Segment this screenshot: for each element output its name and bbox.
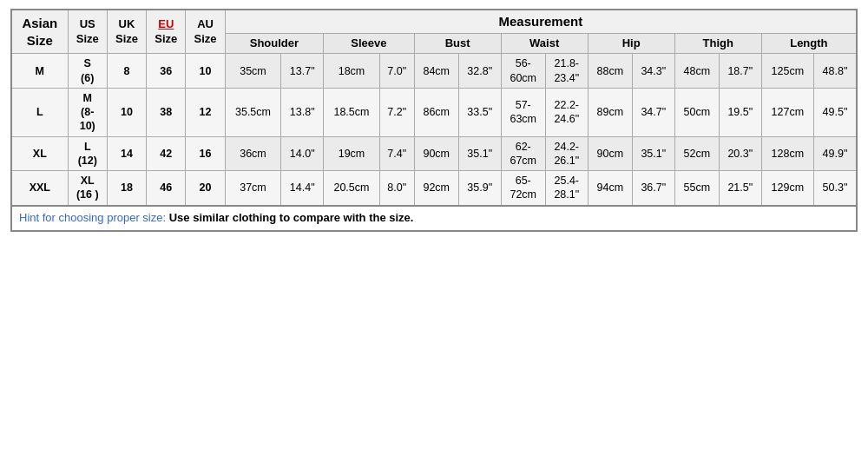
thigh-xxl-cm: 55cm	[674, 171, 719, 206]
shoulder-xl-in: 14.0"	[281, 136, 324, 171]
table-row: L M (8- 10) 10 38 12 35.5cm 13.8" 18.5cm…	[11, 88, 857, 136]
shoulder-xxl-in: 14.4"	[281, 171, 324, 206]
waist-m-cm: 56- 60cm	[501, 54, 545, 89]
shoulder-m-cm: 35cm	[225, 54, 281, 89]
length-header: Length	[761, 33, 857, 54]
au-m: 10	[186, 54, 225, 89]
thigh-l-in: 19.5"	[719, 88, 761, 136]
uk-size-header: UKSize	[107, 10, 146, 54]
uk-xl: 14	[107, 136, 146, 171]
bust-m-in: 32.8"	[458, 54, 501, 89]
sleeve-l-cm: 18.5cm	[324, 88, 380, 136]
length-xl-cm: 128cm	[761, 136, 813, 171]
waist-xxl-in: 25.4- 28.1"	[545, 171, 588, 206]
au-size-header: AUSize	[186, 10, 225, 54]
bust-xxl-in: 35.9"	[458, 171, 501, 206]
hint-row: Hint for choosing proper size: Use simil…	[11, 206, 857, 231]
eu-l: 38	[147, 88, 186, 136]
waist-header: Waist	[501, 33, 588, 54]
length-l-cm: 127cm	[761, 88, 813, 136]
asian-xl: XL	[11, 136, 68, 171]
asian-size-header: AsianSize	[11, 10, 68, 54]
shoulder-xl-cm: 36cm	[225, 136, 281, 171]
sleeve-l-in: 7.2"	[379, 88, 414, 136]
hint-cell: Hint for choosing proper size: Use simil…	[11, 206, 857, 231]
hip-xxl-cm: 94cm	[588, 171, 632, 206]
length-xxl-in: 50.3"	[813, 171, 857, 206]
size-chart-wrapper: AsianSize USSize UKSize EUSize AUSize Me…	[0, 0, 868, 239]
hip-header: Hip	[588, 33, 674, 54]
length-xl-in: 49.9"	[813, 136, 857, 171]
hip-xl-in: 35.1"	[632, 136, 674, 171]
thigh-header: Thigh	[674, 33, 761, 54]
us-m: S (6)	[68, 54, 107, 89]
length-l-in: 49.5"	[813, 88, 857, 136]
asian-xxl: XXL	[11, 171, 68, 206]
bust-xxl-cm: 92cm	[414, 171, 458, 206]
hip-xxl-in: 36.7"	[632, 171, 674, 206]
uk-l: 10	[107, 88, 146, 136]
us-l: M (8- 10)	[68, 88, 107, 136]
header-row-top: AsianSize USSize UKSize EUSize AUSize Me…	[11, 10, 857, 33]
asian-m: M	[11, 54, 68, 89]
length-m-in: 48.8"	[813, 54, 857, 89]
sleeve-xxl-in: 8.0"	[379, 171, 414, 206]
us-xxl: XL (16 )	[68, 171, 107, 206]
table-row: XXL XL (16 ) 18 46 20 37cm 14.4" 20.5cm …	[11, 171, 857, 206]
eu-m: 36	[147, 54, 186, 89]
thigh-xxl-in: 21.5"	[719, 171, 761, 206]
hip-m-cm: 88cm	[588, 54, 632, 89]
au-xxl: 20	[186, 171, 225, 206]
uk-xxl: 18	[107, 171, 146, 206]
thigh-m-cm: 48cm	[674, 54, 719, 89]
bust-l-cm: 86cm	[414, 88, 458, 136]
waist-l-cm: 57- 63cm	[501, 88, 545, 136]
shoulder-xxl-cm: 37cm	[225, 171, 281, 206]
bust-header: Bust	[414, 33, 501, 54]
au-xl: 16	[186, 136, 225, 171]
bust-m-cm: 84cm	[414, 54, 458, 89]
us-xl: L (12)	[68, 136, 107, 171]
asian-l: L	[11, 88, 68, 136]
thigh-xl-cm: 52cm	[674, 136, 719, 171]
sleeve-m-cm: 18cm	[324, 54, 380, 89]
thigh-xl-in: 20.3"	[719, 136, 761, 171]
length-m-cm: 125cm	[761, 54, 813, 89]
au-l: 12	[186, 88, 225, 136]
us-size-header: USSize	[68, 10, 107, 54]
eu-xxl: 46	[147, 171, 186, 206]
bust-l-in: 33.5"	[458, 88, 501, 136]
hip-l-cm: 89cm	[588, 88, 632, 136]
sleeve-m-in: 7.0"	[379, 54, 414, 89]
size-chart-table: AsianSize USSize UKSize EUSize AUSize Me…	[10, 9, 858, 232]
hint-text: Use similar clothing to compare with the…	[169, 211, 414, 224]
table-row: M S (6) 8 36 10 35cm 13.7" 18cm 7.0" 84c…	[11, 54, 857, 89]
waist-m-in: 21.8- 23.4"	[545, 54, 588, 89]
sleeve-header: Sleeve	[324, 33, 415, 54]
eu-size-header: EUSize	[147, 10, 186, 54]
shoulder-l-cm: 35.5cm	[225, 88, 281, 136]
thigh-m-in: 18.7"	[719, 54, 761, 89]
sleeve-xxl-cm: 20.5cm	[324, 171, 380, 206]
shoulder-m-in: 13.7"	[281, 54, 324, 89]
hip-xl-cm: 90cm	[588, 136, 632, 171]
bust-xl-cm: 90cm	[414, 136, 458, 171]
shoulder-header: Shoulder	[225, 33, 323, 54]
length-xxl-cm: 129cm	[761, 171, 813, 206]
sleeve-xl-cm: 19cm	[324, 136, 380, 171]
waist-xl-in: 24.2- 26.1"	[545, 136, 588, 171]
measurement-header: Measurement	[225, 10, 857, 33]
hip-m-in: 34.3"	[632, 54, 674, 89]
uk-m: 8	[107, 54, 146, 89]
hint-label: Hint for choosing proper size:	[19, 211, 166, 224]
hip-l-in: 34.7"	[632, 88, 674, 136]
shoulder-l-in: 13.8"	[281, 88, 324, 136]
sleeve-xl-in: 7.4"	[379, 136, 414, 171]
thigh-l-cm: 50cm	[674, 88, 719, 136]
waist-xxl-cm: 65- 72cm	[501, 171, 545, 206]
eu-xl: 42	[147, 136, 186, 171]
table-row: XL L (12) 14 42 16 36cm 14.0" 19cm 7.4" …	[11, 136, 857, 171]
waist-xl-cm: 62- 67cm	[501, 136, 545, 171]
bust-xl-in: 35.1"	[458, 136, 501, 171]
waist-l-in: 22.2- 24.6"	[545, 88, 588, 136]
